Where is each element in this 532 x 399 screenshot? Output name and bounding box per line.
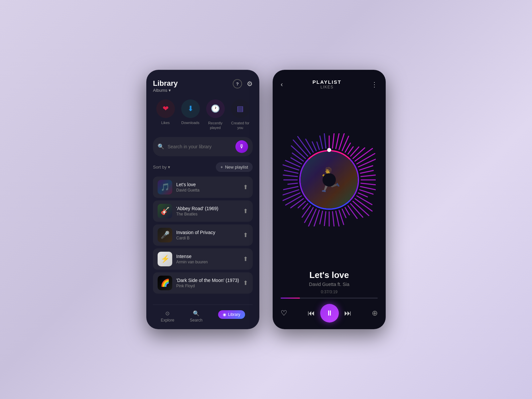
track-artist-1: The Beatles (176, 212, 239, 216)
track-item[interactable]: 'Abbey Road' (1969) The Beatles ⬆ (153, 200, 253, 222)
nav-search[interactable]: 🔍 Search (190, 310, 202, 323)
back-button[interactable]: ‹ (281, 80, 283, 88)
explore-label: Explore (161, 318, 174, 323)
progress-dot (327, 148, 331, 152)
nav-library[interactable]: ◉ Library (218, 310, 245, 323)
library-header: Library Albums ▾ ? ⚙ (153, 79, 253, 93)
track-artist-2: Cardi B (176, 236, 239, 240)
sort-chevron-icon: ▾ (168, 165, 170, 170)
track-item[interactable]: Intense Armin van buuren ⬆ (153, 248, 253, 270)
search-label: Search (190, 318, 202, 323)
svg-line-23 (350, 203, 363, 217)
prev-button[interactable]: ⏮ (308, 309, 315, 318)
search-input[interactable] (168, 144, 232, 149)
player-controls: ♡ ⏮ ⏸ ⏭ ⊕ (273, 299, 386, 329)
svg-line-52 (291, 146, 305, 158)
svg-line-18 (359, 190, 373, 194)
help-icon[interactable]: ? (233, 79, 242, 88)
recently-label: Recently played (206, 121, 225, 130)
player-header: ‹ PLAYLIST LIKES ⋮ (273, 70, 386, 93)
settings-icon[interactable]: ⚙ (247, 80, 253, 88)
track-item[interactable]: Let's love David Guetta ⬆ (153, 177, 253, 198)
library-screen: Library Albums ▾ ? ⚙ ❤ Likes ⬇ Downloads (146, 70, 259, 329)
svg-line-44 (288, 183, 298, 184)
track-art-dark-side (158, 276, 172, 290)
svg-line-6 (348, 147, 353, 154)
download-icon-1[interactable]: ⬆ (243, 207, 248, 215)
song-title: Let's love (281, 270, 378, 280)
track-item[interactable]: Invasion of Privacy Cardi B ⬆ (153, 224, 253, 246)
downloads-action[interactable]: ⬇ Downloads (181, 99, 200, 130)
more-button[interactable]: ⋮ (371, 80, 378, 88)
svg-line-37 (303, 203, 308, 209)
track-artist-4: Pink Floyd (176, 284, 239, 288)
library-title-group: Library Albums ▾ (153, 79, 178, 93)
bottom-nav: ⊙ Explore 🔍 Search ◉ Library (153, 305, 253, 329)
add-to-playlist-button[interactable]: ⊕ (372, 309, 378, 318)
svg-line-12 (359, 166, 373, 170)
created-icon: ▤ (231, 99, 250, 118)
download-icon-3[interactable]: ⬆ (243, 255, 248, 263)
svg-line-10 (357, 153, 375, 164)
download-icon-2[interactable]: ⬆ (243, 231, 248, 239)
track-artist-3: Armin van buuren (176, 260, 239, 264)
svg-line-55 (306, 139, 313, 152)
playback-controls: ⏮ ⏸ ⏭ (308, 304, 351, 323)
progress-bar[interactable] (281, 298, 378, 299)
likes-label: Likes (161, 121, 170, 125)
song-artist: David Guetta ft. Sia (281, 282, 378, 287)
likes-action[interactable]: ❤ Likes (156, 99, 175, 130)
quick-actions: ❤ Likes ⬇ Downloads 🕐 Recently played ▤ … (153, 99, 253, 130)
svg-line-58 (320, 136, 323, 148)
svg-line-40 (286, 196, 302, 205)
library-icon: ◉ (223, 312, 226, 317)
svg-line-8 (353, 148, 365, 158)
created-action[interactable]: ▤ Created for you (231, 99, 250, 130)
track-art-intense (158, 252, 172, 266)
svg-line-39 (291, 199, 303, 208)
svg-line-16 (361, 183, 376, 185)
recently-icon: 🕐 (206, 99, 225, 118)
song-time: 0:37/3:19 (281, 290, 378, 294)
header-icons: ? ⚙ (233, 79, 253, 88)
player-screen: ‹ PLAYLIST LIKES ⋮ 🏃 Let's love David Gu (273, 70, 386, 329)
new-playlist-button[interactable]: + New playlist (216, 162, 253, 172)
track-list: Let's love David Guetta ⬆ 'Abbey Road' (… (153, 177, 253, 301)
svg-line-59 (324, 133, 326, 148)
next-button[interactable]: ⏭ (344, 309, 351, 318)
svg-line-29 (332, 211, 334, 226)
svg-line-47 (284, 170, 298, 173)
library-title: Library (153, 79, 178, 88)
download-icon-0[interactable]: ⬆ (243, 184, 248, 191)
track-info-1: 'Abbey Road' (1969) The Beatles (176, 206, 239, 216)
svg-line-14 (361, 175, 375, 177)
library-subtitle: Albums ▾ (153, 88, 178, 93)
sort-by-button[interactable]: Sort by ▾ (153, 165, 170, 170)
svg-line-1 (332, 133, 334, 148)
mic-button[interactable]: 🎙 (235, 140, 248, 153)
plus-icon: + (220, 165, 223, 170)
nav-explore[interactable]: ⊙ Explore (161, 310, 174, 323)
vinyl-art: 🏃 (301, 151, 358, 208)
explore-icon: ⊙ (165, 310, 170, 317)
track-art-abbey (158, 204, 172, 218)
search-bar: 🔍 🎙 (153, 137, 253, 156)
chevron-down-icon: ▾ (169, 88, 171, 93)
track-art-invasion (158, 228, 172, 242)
track-item[interactable]: 'Dark Side of the Moon' (1973) Pink Floy… (153, 272, 253, 294)
svg-line-19 (358, 193, 367, 197)
download-icon-4[interactable]: ⬆ (243, 279, 248, 287)
svg-line-56 (312, 142, 316, 151)
svg-line-5 (345, 143, 350, 152)
like-button[interactable]: ♡ (281, 309, 287, 318)
track-info-4: 'Dark Side of the Moon' (1973) Pink Floy… (176, 278, 239, 288)
pause-button[interactable]: ⏸ (320, 304, 339, 323)
track-info-2: Invasion of Privacy Cardi B (176, 230, 239, 240)
downloads-icon: ⬇ (181, 99, 200, 118)
recently-action[interactable]: 🕐 Recently played (206, 99, 225, 130)
downloads-label: Downloads (181, 121, 199, 125)
track-art-lets-love (158, 180, 172, 195)
visualizer-ring: 🏃 (283, 133, 376, 226)
svg-line-25 (345, 207, 349, 215)
svg-line-24 (348, 205, 357, 218)
